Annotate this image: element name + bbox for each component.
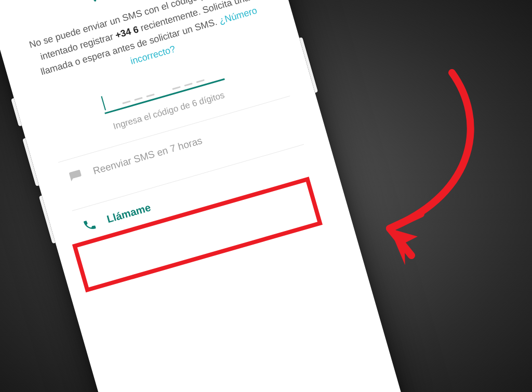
code-slots-left — [118, 80, 155, 107]
phone-side-button — [39, 195, 56, 244]
stage: Verificar +34 6 No se puede enviar un SM… — [0, 0, 532, 392]
phone-side-button — [22, 138, 39, 186]
verify-screen: Verificar +34 6 No se puede enviar un SM… — [0, 0, 328, 250]
desc-phone-number: +34 6 — [114, 24, 140, 40]
phone-mockup: Verificar +34 6 No se puede enviar un SM… — [0, 0, 413, 392]
text-caret — [101, 96, 106, 110]
phone-screen: Verificar +34 6 No se puede enviar un SM… — [0, 0, 400, 392]
phone-power-button — [299, 37, 318, 92]
phone-side-button — [11, 98, 22, 127]
code-slots-right — [168, 65, 205, 92]
sms-icon — [68, 168, 84, 184]
phone-icon — [82, 217, 98, 233]
call-me-label: Llámame — [105, 201, 152, 225]
resend-sms-label: Reenviar SMS en 7 horas — [92, 134, 204, 177]
